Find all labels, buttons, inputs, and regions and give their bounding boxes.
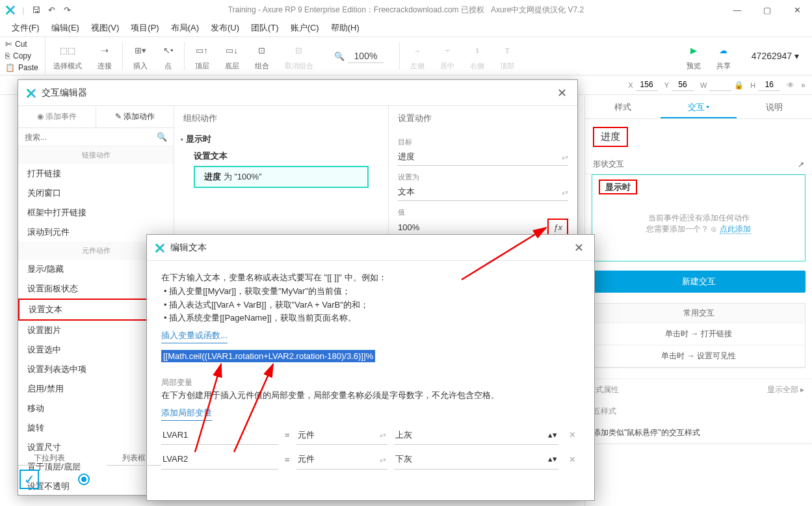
undo-icon[interactable]: ↶ <box>46 5 57 15</box>
tool-group[interactable]: ⊡组合 <box>247 37 277 75</box>
action-openframe[interactable]: 框架中打开链接 <box>18 203 174 222</box>
insert-var-link[interactable]: 插入变量或函数... <box>161 329 228 343</box>
menu-bar: 文件(F) 编辑(E) 视图(V) 项目(P) 布局(A) 发布(U) 团队(T… <box>0 20 812 36</box>
menu-team[interactable]: 团队(T) <box>246 20 284 36</box>
action-closewin[interactable]: 关闭窗口 <box>18 183 174 203</box>
bottom-dropdown-label: 下拉列表 <box>18 451 81 466</box>
radio-widget[interactable] <box>78 473 90 485</box>
lvar1-name[interactable]: LVAR1 <box>161 426 278 446</box>
close-button[interactable]: ✕ <box>782 0 812 20</box>
preview-button[interactable]: ▶预览 <box>679 37 709 75</box>
common-openlink[interactable]: 单击时 → 打开链接 <box>592 323 805 345</box>
tool-back[interactable]: ▭↓底层 <box>217 37 247 75</box>
menu-account[interactable]: 账户(C) <box>285 20 324 36</box>
menu-help[interactable]: 帮助(H) <box>326 20 365 36</box>
widget-name[interactable]: 进度 <box>593 127 628 147</box>
bottom-listbox-label: 列表框 <box>107 451 161 466</box>
tab-add-action[interactable]: ✎ 添加动作 <box>96 106 174 127</box>
expand-icon[interactable]: ↗ <box>798 160 804 169</box>
set-action-header: 设置动作 <box>389 106 577 131</box>
lvar2-type[interactable]: 元件▴▾ <box>296 450 387 470</box>
pos-w[interactable] <box>709 79 731 91</box>
align-top: ⫪顶部 <box>492 37 522 75</box>
pos-h[interactable] <box>758 79 780 91</box>
tab-description[interactable]: 说明 <box>737 96 812 118</box>
pos-x[interactable] <box>636 79 658 91</box>
event-onshow[interactable]: 显示时 <box>599 180 637 194</box>
action-line[interactable]: 进度 为 "100%" <box>194 166 369 188</box>
formula-text[interactable]: [[Math.ceil((LVAR1.rotation+LVAR2.rotati… <box>161 350 375 362</box>
menu-publish[interactable]: 发布(U) <box>205 20 244 36</box>
tool-ungroup: ⊟取消组合 <box>277 37 321 75</box>
lvar2-delete[interactable]: ✕ <box>565 453 580 467</box>
paste-button[interactable]: 📋 Paste <box>0 62 45 73</box>
dialog-logo-icon <box>155 243 165 253</box>
search-icon[interactable]: 🔍 <box>157 132 167 142</box>
lvar2-name[interactable]: LVAR2 <box>161 450 278 470</box>
tool-select[interactable]: ⬚⬚选择模式 <box>46 37 90 75</box>
value-input[interactable]: 100% <box>398 220 541 235</box>
menu-file[interactable]: 文件(F) <box>7 20 45 36</box>
window-subtitle: Axure中文网提供汉化 V7.2 <box>491 5 584 14</box>
action-openlink[interactable]: 打开链接 <box>18 164 174 183</box>
common-ix-header: 常用交互 <box>592 304 805 323</box>
add-hover-style[interactable]: 添加类似"鼠标悬停"的交互样式 <box>585 422 812 444</box>
organize-header: 组织动作 <box>174 106 388 131</box>
tab-style[interactable]: 样式 <box>585 96 661 118</box>
add-action-link[interactable]: 点此添加 <box>720 224 751 234</box>
dialog-logo-icon <box>26 88 36 98</box>
app-logo-icon <box>5 5 16 15</box>
share-button[interactable]: ☁共享 <box>709 37 739 75</box>
edit-text-title: 编辑文本 <box>170 242 571 254</box>
lvar2-widget[interactable]: 下灰▴▾ <box>394 450 558 470</box>
ix-editor-close[interactable]: ✕ <box>555 83 570 103</box>
show-all[interactable]: 显示全部 ▸ <box>767 384 804 395</box>
add-local-var-link[interactable]: 添加局部变量 <box>161 406 212 421</box>
tool-connect[interactable]: ⇢连接 <box>90 37 120 75</box>
lvar1-widget[interactable]: 上灰▴▾ <box>394 426 558 446</box>
more-icon[interactable]: » <box>801 81 805 90</box>
event-show[interactable]: 显示时 <box>181 131 382 148</box>
new-interaction-button[interactable]: 新建交互 <box>592 271 805 293</box>
tool-insert[interactable]: ⊞▾插入 <box>125 37 155 75</box>
checkbox-widget[interactable]: ✓ <box>20 470 39 489</box>
setas-select[interactable]: 文本▴▾ <box>398 183 568 201</box>
tool-point[interactable]: ↖•点 <box>155 37 181 75</box>
edit-intro: 在下方输入文本，变量名称或表达式要写在 "[[ ]]" 中。例如： <box>161 271 580 285</box>
action-search[interactable] <box>25 133 157 142</box>
align-center: ⫟居中 <box>432 37 462 75</box>
maximize-button[interactable]: ▢ <box>752 0 782 20</box>
empty-msg-1: 当前事件还没有添加任何动作 <box>601 213 796 224</box>
edit-text-close[interactable]: ✕ <box>571 238 586 258</box>
tab-interaction[interactable]: 交互 <box>661 96 736 118</box>
action-set-text: 设置文本 <box>181 148 382 165</box>
menu-view[interactable]: 视图(V) <box>86 20 124 36</box>
tool-front[interactable]: ▭↑顶层 <box>187 37 217 75</box>
menu-layout[interactable]: 布局(A) <box>166 20 204 36</box>
window-title: Training - Axure RP 9 Enterprise Edition… <box>228 5 484 14</box>
zoom-icon[interactable]: 🔍 <box>334 51 345 61</box>
visibility-icon[interactable]: 👁 <box>787 81 794 90</box>
zoom-value[interactable]: 100% <box>348 49 384 63</box>
ix-editor-title: 交互编辑器 <box>42 87 555 99</box>
lvar1-delete[interactable]: ✕ <box>565 429 580 442</box>
tab-add-event[interactable]: ◉ 添加事件 <box>18 106 96 127</box>
account-menu[interactable]: 47262947 ▾ <box>739 37 812 75</box>
align-right: ⫮右侧 <box>462 37 492 75</box>
pos-y[interactable] <box>672 79 694 91</box>
fx-button[interactable]: ƒx <box>547 219 568 236</box>
redo-icon[interactable]: ↷ <box>62 5 72 15</box>
cut-button[interactable]: ✄ Cut <box>0 38 45 50</box>
target-select[interactable]: 进度▴▾ <box>398 148 568 166</box>
minimize-button[interactable]: — <box>722 0 752 20</box>
lvar1-type[interactable]: 元件▴▾ <box>296 426 387 446</box>
menu-edit[interactable]: 编辑(E) <box>46 20 85 36</box>
menu-project[interactable]: 项目(P) <box>125 20 164 36</box>
align-left: ⫠左侧 <box>402 37 432 75</box>
common-visibility[interactable]: 单击时 → 设置可见性 <box>592 345 805 367</box>
shape-ix-header: 形状交互 <box>593 159 624 170</box>
copy-button[interactable]: ⎘ Copy <box>0 50 45 62</box>
edit-text-dialog: 编辑文本 ✕ 在下方输入文本，变量名称或表达式要写在 "[[ ]]" 中。例如：… <box>146 234 595 501</box>
save-icon[interactable]: 🖫 <box>31 5 41 15</box>
